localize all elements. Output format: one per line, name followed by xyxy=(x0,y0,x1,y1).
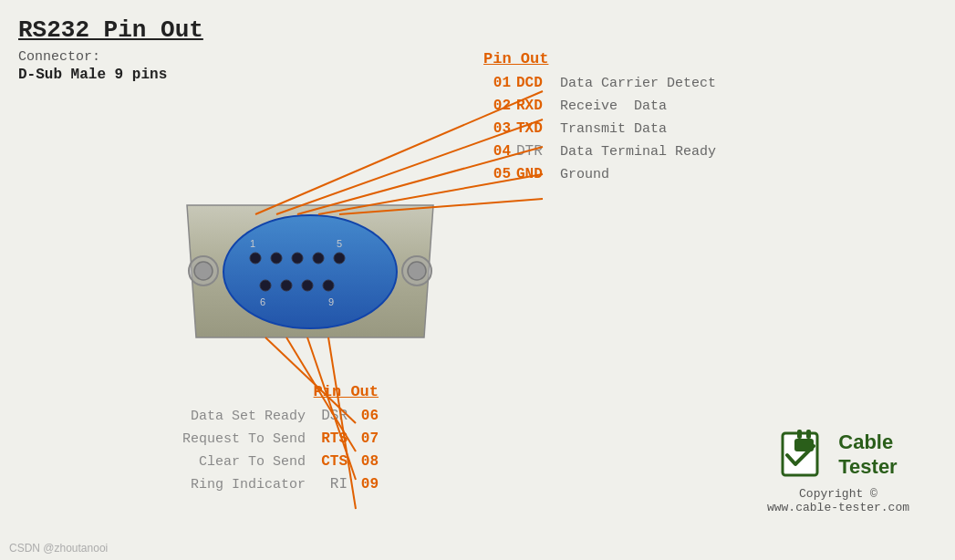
pin-desc-gnd: Ground xyxy=(560,167,609,182)
connector-svg: 1 5 6 9 xyxy=(178,178,442,369)
svg-rect-2 xyxy=(806,430,811,439)
svg-point-5 xyxy=(194,262,213,280)
pin-desc-dtr: Data Terminal Ready xyxy=(560,144,716,160)
svg-point-13 xyxy=(334,253,345,264)
pin-desc-cts: Clear To Send xyxy=(199,454,306,470)
pin-desc-dsr: Data Set Ready xyxy=(191,409,306,424)
pin-entry-07: Request To Send RTS 07 xyxy=(182,430,379,447)
pin-entry-02: 02 RXD Receive Data xyxy=(483,98,716,114)
svg-text:1: 1 xyxy=(250,238,255,249)
pin-abbr-gnd: GND xyxy=(516,166,553,182)
pin-entry-08: Clear To Send CTS 08 xyxy=(182,453,379,470)
svg-point-15 xyxy=(281,280,292,291)
logo-text: Cable Tester xyxy=(838,430,897,479)
svg-point-7 xyxy=(408,262,426,280)
svg-point-14 xyxy=(260,280,271,291)
logo-line1: Cable xyxy=(838,430,897,454)
pin-num-03: 03 xyxy=(483,120,511,137)
bottom-pin-list: Pin Out Data Set Ready DSR 06 Request To… xyxy=(182,383,379,499)
pin-entry-09: Ring Indicator RI 09 xyxy=(182,476,379,493)
pin-abbr-dtr: DTR xyxy=(516,143,553,160)
pin-desc-rts: Request To Send xyxy=(182,431,306,447)
svg-point-16 xyxy=(302,280,313,291)
pin-abbr-dsr: DSR xyxy=(313,408,348,424)
pin-num-06: 06 xyxy=(351,408,379,424)
pin-abbr-dcd: DCD xyxy=(516,75,553,91)
logo-icon-row: Cable Tester xyxy=(779,430,897,480)
pin-entry-05: 05 GND Ground xyxy=(483,166,716,182)
logo-line2: Tester xyxy=(838,455,897,479)
svg-point-8 xyxy=(223,215,397,328)
pin-num-07: 07 xyxy=(351,430,379,447)
top-pin-header: Pin Out xyxy=(483,50,716,67)
svg-text:5: 5 xyxy=(337,238,342,249)
svg-point-12 xyxy=(313,253,324,264)
copyright-text: Copyright © xyxy=(799,487,877,501)
connector-label: Connector: xyxy=(18,49,203,65)
pin-num-02: 02 xyxy=(483,98,511,114)
svg-text:9: 9 xyxy=(328,296,334,307)
pin-abbr-ri: RI xyxy=(313,476,348,493)
pin-abbr-cts: CTS xyxy=(313,453,348,470)
connector-type: D-Sub Male 9 pins xyxy=(18,67,203,83)
bottom-pin-header: Pin Out xyxy=(182,383,379,400)
pin-num-05: 05 xyxy=(483,166,511,182)
pin-num-01: 01 xyxy=(483,75,511,91)
pin-num-09: 09 xyxy=(351,476,379,493)
pin-entry-03: 03 TXD Transmit Data xyxy=(483,120,716,137)
title-area: RS232 Pin Out Connector: D-Sub Male 9 pi… xyxy=(18,16,203,83)
svg-rect-1 xyxy=(797,430,802,439)
pin-desc-ri: Ring Indicator xyxy=(191,477,306,493)
cable-tester-logo: Cable Tester Copyright © www.cable-teste… xyxy=(767,430,909,514)
pin-entry-01: 01 DCD Data Carrier Detect xyxy=(483,75,716,91)
svg-point-9 xyxy=(250,253,261,264)
pin-entry-06: Data Set Ready DSR 06 xyxy=(182,408,379,424)
svg-text:6: 6 xyxy=(260,296,265,307)
pin-abbr-rts: RTS xyxy=(313,430,348,447)
pin-abbr-txd: TXD xyxy=(516,120,553,137)
pin-desc-dcd: Data Carrier Detect xyxy=(560,76,716,91)
watermark: CSDN @zhoutanooi xyxy=(9,542,108,555)
pin-entry-04: 04 DTR Data Terminal Ready xyxy=(483,143,716,160)
top-pin-list: Pin Out 01 DCD Data Carrier Detect 02 RX… xyxy=(483,50,716,189)
website-url: www.cable-tester.com xyxy=(767,501,909,514)
svg-point-10 xyxy=(271,253,282,264)
pin-desc-rxd: Receive Data xyxy=(560,99,667,114)
main-container: RS232 Pin Out Connector: D-Sub Male 9 pi… xyxy=(0,0,955,560)
pin-desc-txd: Transmit Data xyxy=(560,121,667,137)
pin-abbr-rxd: RXD xyxy=(516,98,553,114)
svg-point-11 xyxy=(292,253,303,264)
page-title: RS232 Pin Out xyxy=(18,16,203,44)
svg-point-17 xyxy=(323,280,334,291)
pin-num-08: 08 xyxy=(351,453,379,470)
cable-tester-icon xyxy=(779,430,829,480)
pin-num-04: 04 xyxy=(483,143,511,160)
